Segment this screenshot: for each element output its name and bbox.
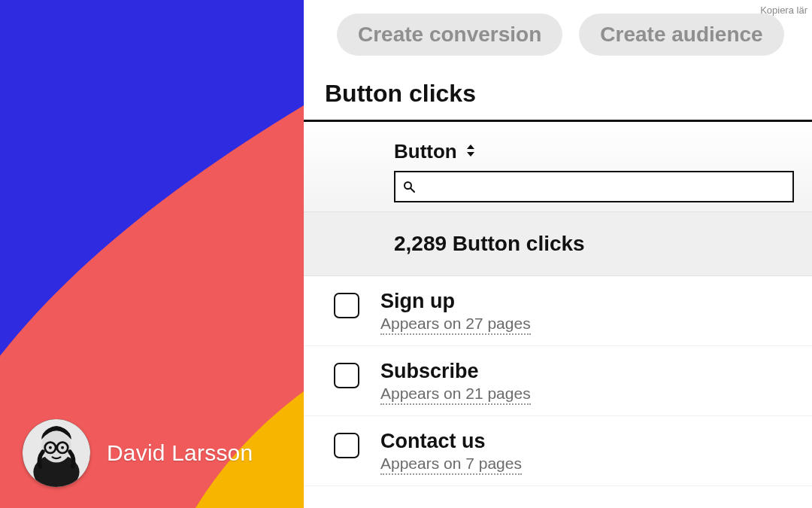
list-item: Sign up Appears on 27 pages — [304, 276, 812, 346]
search-input[interactable] — [420, 179, 785, 195]
checkbox[interactable] — [334, 363, 359, 388]
pill-bar: Create conversion Create audience — [304, 0, 812, 72]
create-audience-button[interactable]: Create audience — [579, 14, 783, 56]
item-subtitle[interactable]: Appears on 7 pages — [380, 455, 522, 475]
count-block: 2,289 Button clicks — [304, 211, 812, 276]
list-item: Subscribe Appears on 21 pages — [304, 346, 812, 416]
section-header: Button clicks — [304, 72, 812, 122]
count-label: 2,289 Button clicks — [394, 232, 812, 256]
svg-line-10 — [411, 188, 414, 192]
author-name: David Larsson — [107, 440, 253, 466]
filter-block: Button — [304, 122, 812, 211]
dropdown-label: Button — [394, 140, 457, 163]
app-panel: Kopiera lär Create conversion Create aud… — [304, 0, 812, 508]
sort-icon — [465, 144, 477, 160]
create-conversion-button[interactable]: Create conversion — [337, 14, 562, 56]
button-dropdown[interactable]: Button — [394, 140, 792, 163]
item-title: Sign up — [380, 290, 531, 313]
search-box[interactable] — [394, 171, 794, 202]
list-item: Contact us Appears on 7 pages — [304, 416, 812, 486]
avatar — [23, 419, 90, 487]
section-title: Button clicks — [325, 80, 812, 108]
item-title: Contact us — [380, 430, 522, 453]
button-list: Sign up Appears on 27 pages Subscribe Ap… — [304, 276, 812, 486]
item-title: Subscribe — [380, 360, 531, 383]
kopiera-hint: Kopiera lär — [760, 5, 807, 16]
search-icon — [403, 181, 415, 193]
svg-point-8 — [61, 446, 64, 449]
item-subtitle[interactable]: Appears on 27 pages — [380, 315, 531, 335]
checkbox[interactable] — [334, 433, 359, 458]
checkbox[interactable] — [334, 293, 359, 318]
item-subtitle[interactable]: Appears on 21 pages — [380, 385, 531, 405]
author-overlay: David Larsson — [23, 419, 253, 487]
svg-point-7 — [49, 446, 52, 449]
